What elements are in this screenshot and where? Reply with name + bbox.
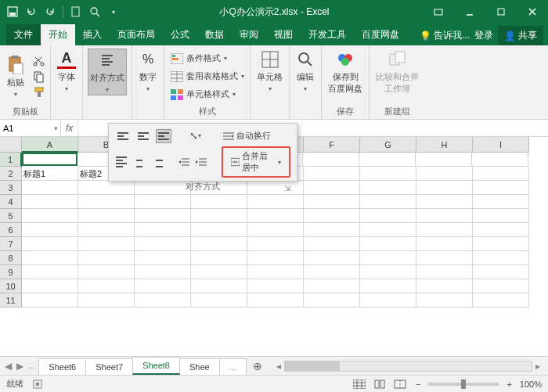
tab-baidu[interactable]: 百度网盘 <box>354 24 407 45</box>
scroll-thumb[interactable] <box>285 361 340 371</box>
merge-center-button[interactable]: 合并后居中▾ <box>226 149 286 175</box>
orientation-button[interactable]: ⤡▾ <box>187 129 203 143</box>
tab-review[interactable]: 审阅 <box>232 24 266 45</box>
sheet-tab-active[interactable]: Sheet8 <box>132 357 180 375</box>
sheet-tab[interactable]: Shee <box>179 358 220 375</box>
sheet-next-icon[interactable]: ▶ <box>16 361 23 372</box>
cell[interactable] <box>191 237 247 251</box>
cell[interactable] <box>78 223 135 237</box>
cell[interactable] <box>304 223 360 237</box>
cell[interactable] <box>473 279 529 293</box>
cell[interactable] <box>360 167 416 181</box>
cell[interactable] <box>78 209 135 223</box>
sheet-prev-icon[interactable]: ◀ <box>5 361 12 372</box>
cell[interactable] <box>303 153 359 167</box>
wrap-text-button[interactable]: 自动换行 <box>218 128 276 143</box>
cell[interactable] <box>22 223 78 237</box>
cell[interactable] <box>304 209 360 223</box>
row-header[interactable]: 6 <box>0 223 22 237</box>
cell[interactable] <box>191 279 247 293</box>
cell[interactable] <box>135 237 191 251</box>
increase-indent-button[interactable] <box>195 155 208 169</box>
cell[interactable] <box>473 237 529 251</box>
cells-button[interactable]: 单元格 ▾ <box>255 49 284 94</box>
row-header[interactable]: 9 <box>0 265 22 279</box>
cell[interactable] <box>247 293 304 307</box>
cell[interactable] <box>247 195 304 209</box>
number-button[interactable]: % 数字 ▾ <box>137 49 159 94</box>
cell[interactable] <box>247 265 304 279</box>
scroll-right-icon[interactable]: ▸ <box>532 361 543 372</box>
row-header[interactable]: 7 <box>0 237 22 251</box>
scroll-left-icon[interactable]: ◂ <box>273 361 284 372</box>
col-header[interactable]: G <box>360 137 416 153</box>
col-header[interactable]: F <box>304 137 360 153</box>
cell[interactable] <box>78 195 135 209</box>
maximize-icon[interactable] <box>485 0 517 23</box>
cell[interactable] <box>416 181 473 195</box>
cell[interactable] <box>247 223 304 237</box>
zoom-out-button[interactable]: − <box>413 379 424 389</box>
cell[interactable] <box>135 293 191 307</box>
cell[interactable] <box>416 153 472 167</box>
cell[interactable] <box>304 167 360 181</box>
row-header[interactable]: 4 <box>0 195 22 209</box>
cell[interactable] <box>247 251 304 265</box>
cell[interactable] <box>78 251 135 265</box>
row-header[interactable]: 1 <box>0 153 22 167</box>
cell[interactable] <box>22 251 78 265</box>
cell[interactable] <box>416 209 473 223</box>
cell[interactable] <box>191 293 247 307</box>
format-painter-icon[interactable] <box>33 86 45 99</box>
cell[interactable] <box>22 195 78 209</box>
zoom-slider[interactable] <box>428 383 499 386</box>
dialog-launcher-icon[interactable]: ⇲ <box>284 184 290 192</box>
login-link[interactable]: 登录 <box>474 29 493 42</box>
share-button[interactable]: 👤共享 <box>498 26 543 45</box>
col-header[interactable]: A <box>22 137 78 153</box>
tab-view[interactable]: 视图 <box>266 24 301 45</box>
cell[interactable] <box>304 195 360 209</box>
redo-icon[interactable] <box>44 5 56 18</box>
undo-icon[interactable] <box>25 5 38 18</box>
align-middle-button[interactable] <box>135 129 151 143</box>
align-right-button[interactable] <box>151 155 164 169</box>
col-header[interactable]: H <box>416 137 473 153</box>
cell[interactable] <box>360 237 416 251</box>
cell[interactable] <box>78 265 135 279</box>
cell[interactable] <box>78 237 135 251</box>
row-header[interactable]: 2 <box>0 167 22 181</box>
align-left-button[interactable] <box>115 155 128 169</box>
cell[interactable] <box>473 209 529 223</box>
cell[interactable] <box>359 153 416 167</box>
cell[interactable] <box>247 209 304 223</box>
cell[interactable] <box>22 293 78 307</box>
sheet-tab[interactable]: Sheet7 <box>85 358 133 375</box>
cell[interactable] <box>473 223 529 237</box>
cell[interactable] <box>247 237 304 251</box>
new-file-icon[interactable] <box>70 5 82 18</box>
page-layout-view-icon[interactable] <box>372 378 388 390</box>
cell[interactable] <box>135 195 191 209</box>
cell[interactable] <box>135 223 191 237</box>
paste-button[interactable]: 粘贴 ▾ <box>5 54 27 99</box>
cell[interactable] <box>22 237 78 251</box>
cut-icon[interactable] <box>33 55 45 67</box>
sheet-more-icon[interactable]: ... <box>28 361 34 370</box>
cell[interactable] <box>135 251 191 265</box>
cell[interactable] <box>416 251 473 265</box>
cell[interactable] <box>191 251 247 265</box>
print-preview-icon[interactable] <box>88 5 101 18</box>
save-icon[interactable] <box>6 5 19 18</box>
cell[interactable] <box>473 251 529 265</box>
font-button[interactable]: A 字体 ▾ <box>56 49 78 94</box>
cell-style-button[interactable]: 单元格样式▾ <box>171 87 244 102</box>
cell[interactable] <box>360 181 416 195</box>
cell[interactable] <box>416 167 473 181</box>
cell[interactable] <box>304 293 360 307</box>
cell[interactable] <box>191 265 247 279</box>
cell[interactable] <box>473 265 529 279</box>
cell[interactable] <box>473 181 529 195</box>
alignment-button[interactable]: 对齐方式 ▾ <box>88 49 127 95</box>
select-all-corner[interactable] <box>0 137 22 153</box>
